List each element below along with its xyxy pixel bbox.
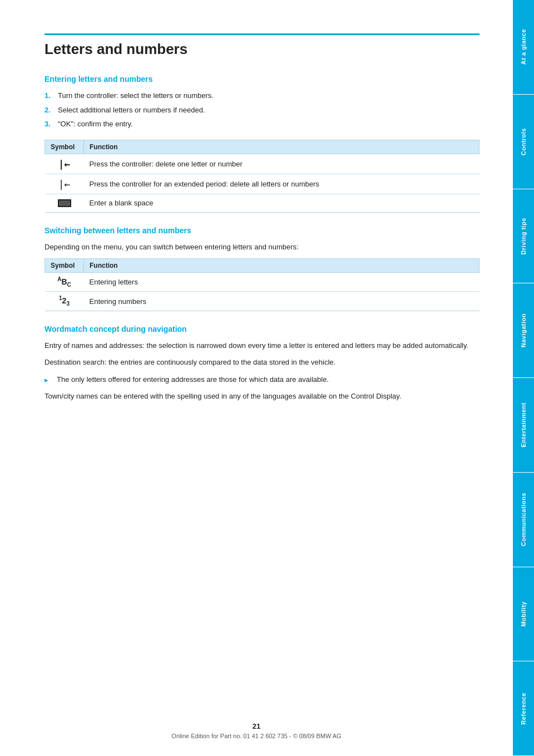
page-title: Letters and numbers xyxy=(44,33,479,58)
step-3: 3. "OK": confirm the entry. xyxy=(44,119,479,130)
table-row: |← Press the controller: delete one lett… xyxy=(45,154,479,174)
step-text-1: Turn the controller: select the letters … xyxy=(58,90,214,101)
arrow-bullet: ▸ The only letters offered for entering … xyxy=(44,374,479,386)
page-footer: 21 Online Edition for Part no. 01 41 2 6… xyxy=(0,722,513,739)
main-content: Letters and numbers Entering letters and… xyxy=(0,0,513,756)
function-space: Enter a blank space xyxy=(84,194,479,212)
wordmatch-para-1: Entry of names and addresses: the select… xyxy=(44,340,479,351)
section-heading-entering: Entering letters and numbers xyxy=(44,75,479,84)
sidebar-tab-label: Reference xyxy=(520,693,527,725)
step-text-2: Select additional letters or numbers if … xyxy=(58,105,205,116)
space-icon xyxy=(58,199,71,207)
sidebar-tab-driving-tips[interactable]: Driving tips xyxy=(513,189,534,284)
step-1: 1. Turn the controller: select the lette… xyxy=(44,90,479,101)
sidebar-tab-label: Entertainment xyxy=(520,402,527,447)
delete-single-icon: |← xyxy=(58,158,71,170)
sidebar-tab-label: Controls xyxy=(520,128,527,155)
step-number-2: 2. xyxy=(44,105,58,116)
table-row: Enter a blank space xyxy=(45,194,479,212)
page-container: At a glance Controls Driving tips Naviga… xyxy=(0,0,534,756)
section-heading-wordmatch: Wordmatch concept during navigation xyxy=(44,325,479,333)
switching-body: Depending on the menu, you can switch be… xyxy=(44,242,479,253)
table2-header-symbol: Symbol xyxy=(45,258,84,272)
sidebar-tab-reference[interactable]: Reference xyxy=(513,661,534,756)
page-number: 21 xyxy=(0,722,513,730)
sidebar-tab-at-a-glance[interactable]: At a glance xyxy=(513,0,534,95)
bullet-text: The only letters offered for entering ad… xyxy=(57,374,329,385)
symbol-delete-single: |← xyxy=(45,154,84,174)
function-123: Entering numbers xyxy=(84,292,479,311)
symbol-table-1: Symbol Function |← Press the controller:… xyxy=(44,140,479,213)
table-row: |← Press the controller for an extended … xyxy=(45,174,479,194)
footer-copyright: Online Edition for Part no. 01 41 2 602 … xyxy=(171,733,341,739)
sidebar: At a glance Controls Driving tips Naviga… xyxy=(513,0,534,756)
step-number-3: 3. xyxy=(44,119,58,130)
symbol-delete-all: |← xyxy=(45,174,84,194)
table1-header-symbol: Symbol xyxy=(45,140,84,154)
sidebar-tab-label: Communications xyxy=(520,493,527,546)
table-row: ABC Entering letters xyxy=(45,272,479,292)
function-abc: Entering letters xyxy=(84,272,479,292)
delete-all-icon: |← xyxy=(58,178,71,190)
sidebar-tab-mobility[interactable]: Mobility xyxy=(513,567,534,662)
step-text-3: "OK": confirm the entry. xyxy=(58,119,133,130)
table-row: 123 Entering numbers xyxy=(45,292,479,311)
sidebar-tab-label: At a glance xyxy=(520,29,527,65)
table1-header-function: Function xyxy=(84,140,479,154)
sidebar-tab-label: Navigation xyxy=(520,313,527,347)
symbol-space xyxy=(45,194,84,212)
sidebar-tab-label: Mobility xyxy=(520,601,527,627)
function-delete-single: Press the controller: delete one letter … xyxy=(84,154,479,174)
arrow-right-icon: ▸ xyxy=(44,375,52,386)
symbol-abc: ABC xyxy=(45,272,84,292)
wordmatch-para-2: Destination search: the entries are cont… xyxy=(44,357,479,368)
num-icon: 123 xyxy=(59,296,70,305)
abc-icon: ABC xyxy=(57,277,71,286)
symbol-table-2: Symbol Function ABC Entering letters xyxy=(44,258,479,312)
section-heading-switching: Switching between letters and numbers xyxy=(44,226,479,235)
symbol-123: 123 xyxy=(45,292,84,311)
function-delete-all: Press the controller for an extended per… xyxy=(84,174,479,194)
table2-header-function: Function xyxy=(84,258,479,272)
step-2: 2. Select additional letters or numbers … xyxy=(44,105,479,116)
sidebar-tab-label: Driving tips xyxy=(520,218,527,255)
step-number-1: 1. xyxy=(44,90,58,101)
sidebar-tab-communications[interactable]: Communications xyxy=(513,473,534,567)
sidebar-tab-navigation[interactable]: Navigation xyxy=(513,283,534,378)
entering-steps-list: 1. Turn the controller: select the lette… xyxy=(44,90,479,130)
sidebar-tab-entertainment[interactable]: Entertainment xyxy=(513,378,534,473)
sidebar-tab-controls[interactable]: Controls xyxy=(513,95,534,189)
wordmatch-closing: Town/city names can be entered with the … xyxy=(44,391,479,402)
